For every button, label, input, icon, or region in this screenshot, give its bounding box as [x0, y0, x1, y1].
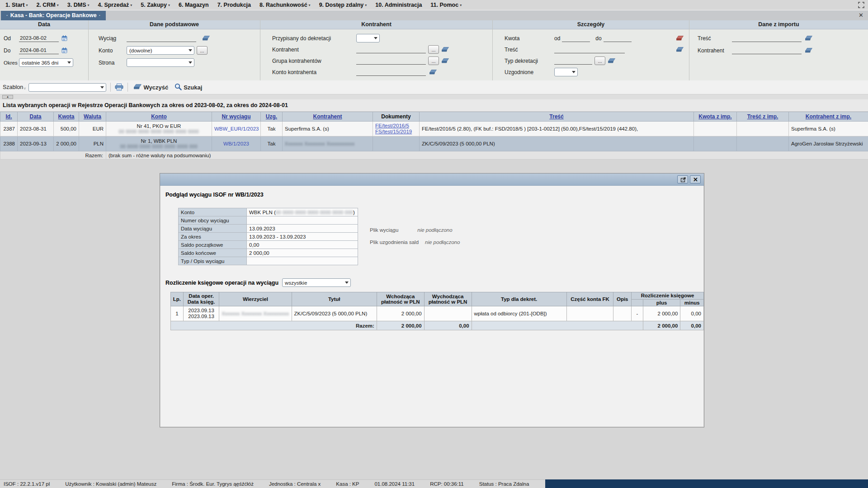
rozliczenie-label: Rozliczenie księgowe operacji na wyciągu	[165, 280, 278, 286]
menu-crm[interactable]: 2. CRM▾	[36, 2, 58, 8]
masked-account-number: 00 0000 0000 0000 0000 0000 000	[108, 144, 209, 149]
okres-select[interactable]: ostatnie 365 dni	[19, 58, 73, 67]
column-header-data: Data	[18, 112, 54, 122]
document-link[interactable]: FE/test/2016/5	[375, 123, 417, 129]
popout-icon[interactable]	[677, 175, 688, 183]
tresc-input[interactable]	[554, 46, 625, 53]
detail-numer-obcy-value	[247, 216, 358, 225]
grupa-browse-button[interactable]: ...	[428, 56, 439, 65]
tab-kasa-bank-operacje-bankowe[interactable]: ·Kasa - Bank: Operacje Bankowe·	[1, 11, 106, 20]
panel-szczegoly: Szczegóły Kwota od do Treść	[493, 20, 689, 80]
calendar-icon[interactable]	[61, 47, 67, 53]
list-title: Lista wybranych operacji w Rejestrze Ope…	[0, 99, 868, 111]
search-toolbar: Szablon ˅ Wyczyść Szukaj	[0, 80, 868, 94]
eraser-icon[interactable]	[442, 58, 449, 63]
panel-kontrahent: Kontrahent Przypisany do dekretacji Kont…	[260, 20, 493, 80]
menu-magazyn[interactable]: 6. Magazyn	[179, 2, 209, 8]
panel-szczegoly-title: Szczegóły	[493, 20, 689, 29]
menu-dms[interactable]: 3. DMS▾	[67, 2, 90, 8]
import-tresc-input[interactable]	[732, 35, 802, 42]
uzgodnione-select[interactable]	[554, 68, 578, 76]
import-kontrahent-input[interactable]	[732, 47, 802, 54]
caret-down-icon: ▾	[309, 3, 311, 7]
plik-uzgodnienia-label: Plik uzgodnienia sald	[370, 239, 419, 245]
collapse-filters-button[interactable]: ▲	[2, 95, 13, 99]
konto-kontrahenta-label: Konto kontrahenta	[272, 69, 356, 75]
eraser-icon[interactable]	[676, 47, 684, 52]
close-icon[interactable]: ✕	[690, 175, 701, 183]
eraser-red-icon[interactable]	[676, 36, 684, 41]
eraser-icon[interactable]	[608, 58, 615, 63]
grupa-kontrahentow-input[interactable]	[356, 57, 426, 65]
chevron-down-icon	[345, 282, 349, 286]
wyczysc-button[interactable]: Wyczyść	[132, 84, 170, 91]
kwota-do-label: do	[595, 35, 601, 42]
close-icon[interactable]: ✕	[859, 12, 863, 19]
date-to-input[interactable]	[19, 47, 59, 54]
settlement-row[interactable]: 1 2023.09.13 2023.09.13 Xxxxxxx Xxxxxxxx…	[171, 306, 704, 321]
fullscreen-icon[interactable]	[858, 2, 864, 8]
przypisany-select[interactable]	[356, 34, 380, 42]
menu-sprzedaz[interactable]: 4. Sprzedaż▾	[98, 2, 132, 8]
column-header-tresc-z-imp: Treść z imp.	[737, 112, 789, 122]
cell-nr-wyciagu: WB/1/2023	[212, 136, 261, 151]
column-header-uzg: Uzg.	[261, 112, 283, 122]
table-summary-row: Razem: (brak sum - różne waluty na podsu…	[0, 151, 868, 160]
calendar-icon[interactable]	[61, 35, 67, 41]
col-typ-dla-dekret: Typ dla dekret.	[472, 292, 566, 306]
uzgodnione-label: Uzgodnione	[505, 69, 554, 75]
document-link[interactable]: FS/test/15/2019	[375, 129, 417, 135]
typ-dekretacji-browse-button[interactable]: ...	[594, 56, 605, 65]
typ-dekretacji-input[interactable]	[554, 57, 592, 65]
menu-rachunkowosc[interactable]: 8. Rachunkowość▾	[259, 2, 311, 8]
menu-administracja[interactable]: 10. Administracja	[375, 2, 422, 8]
rozliczenie-select[interactable]: wszystkie	[282, 278, 351, 287]
strona-select[interactable]	[127, 58, 194, 67]
eraser-icon[interactable]	[429, 70, 437, 75]
eraser-icon[interactable]	[805, 36, 812, 41]
main-menubar: 1. Start▾ 2. CRM▾ 3. DMS▾ 4. Sprzedaż▾ 5…	[0, 0, 868, 10]
panel-dane-podstawowe-title: Dane podstawowe	[89, 20, 260, 29]
eraser-icon[interactable]	[203, 36, 210, 41]
import-kontrahent-label: Kontrahent	[698, 47, 732, 54]
menu-zakupy[interactable]: 5. Zakupy▾	[141, 2, 170, 8]
panel-dane-z-importu-title: Dane z importu	[689, 20, 868, 29]
cell-czesc-konta-fk	[566, 306, 613, 321]
cell-kwota: 2 000,00	[54, 136, 79, 151]
statement-details-table: Konto WBK PLN (00 0000 0000 0000 0000 00…	[178, 208, 358, 265]
kwota-od-input[interactable]	[562, 35, 590, 42]
menu-pomoc[interactable]: 11. Pomoc▾	[430, 2, 462, 8]
szablon-select[interactable]	[28, 83, 106, 92]
date-from-input[interactable]	[19, 35, 59, 42]
modal-titlebar[interactable]: ✕	[160, 174, 704, 186]
eraser-icon[interactable]	[805, 48, 812, 53]
kontrahent-input[interactable]	[356, 46, 426, 53]
isof-app: 1. Start▾ 2. CRM▾ 3. DMS▾ 4. Sprzedaż▾ 5…	[0, 0, 868, 488]
kontrahent-browse-button[interactable]: ...	[428, 45, 439, 54]
status-datetime: 01.08.2024 11:31	[374, 481, 415, 487]
wyciag-input[interactable]	[127, 35, 196, 42]
konto-label: Konto	[99, 47, 127, 54]
print-icon[interactable]	[115, 84, 123, 91]
search-icon	[175, 83, 182, 92]
menu-dostep-zdalny[interactable]: 9. Dostęp zdalny▾	[319, 2, 367, 8]
chevron-small-icon[interactable]: ˅	[24, 86, 26, 91]
statement-preview-modal: ✕ Podgląd wyciągu ISOF nr WB/1/2023 Kont…	[160, 173, 704, 427]
caret-down-icon: ▾	[26, 3, 28, 7]
col-czesc-konta-fk: Część konta FK	[566, 292, 613, 306]
column-header-nr-wyciagu: Nr wyciągu	[212, 112, 261, 122]
konto-kontrahenta-input[interactable]	[356, 69, 426, 76]
menu-produkcja[interactable]: 7. Produkcja	[217, 2, 251, 8]
caret-down-icon: ▾	[57, 3, 59, 7]
table-row[interactable]: 2387 2023-08-31 500,00 EUR Nr 41, PKO w …	[0, 122, 868, 136]
cell-wychodzaca	[424, 306, 472, 321]
statement-link[interactable]: WBW_EUR/1/2023	[214, 126, 259, 131]
konto-browse-button[interactable]: ...	[197, 46, 208, 55]
menu-start[interactable]: 1. Start▾	[5, 2, 28, 8]
table-row-selected[interactable]: 2388 2023-09-13 2 000,00 PLN Nr 1, WBK P…	[0, 136, 868, 151]
kwota-do-input[interactable]	[604, 35, 632, 42]
statement-link[interactable]: WB/1/2023	[223, 141, 249, 146]
szukaj-button[interactable]: Szukaj	[173, 83, 204, 92]
eraser-icon[interactable]	[442, 47, 449, 52]
konto-select[interactable]: (dowolne)	[127, 46, 194, 55]
